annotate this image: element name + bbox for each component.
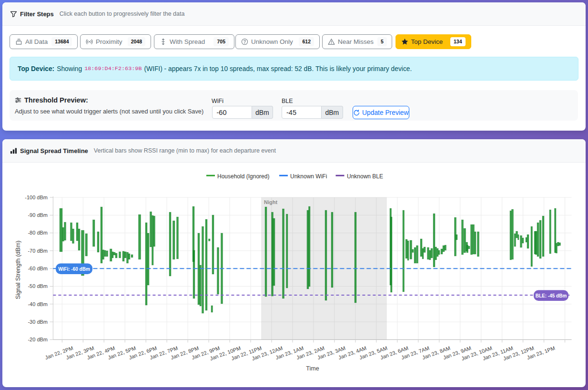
svg-text:Time: Time <box>306 365 319 372</box>
svg-text:Night: Night <box>264 199 277 205</box>
svg-text:Unknown BLE: Unknown BLE <box>347 173 383 180</box>
svg-text:-40 dBm: -40 dBm <box>28 301 48 307</box>
svg-text:WiFi: -60 dBm: WiFi: -60 dBm <box>58 267 90 272</box>
svg-text:BLE: -45 dBm: BLE: -45 dBm <box>536 293 567 298</box>
svg-text:Signal Strength (dBm): Signal Strength (dBm) <box>15 241 21 299</box>
svg-text:-80 dBm: -80 dBm <box>28 230 48 236</box>
svg-text:Unknown WiFi: Unknown WiFi <box>290 173 327 180</box>
svg-text:-30 dBm: -30 dBm <box>28 319 48 325</box>
svg-text:-90 dBm: -90 dBm <box>28 212 48 218</box>
svg-text:-70 dBm: -70 dBm <box>28 248 48 254</box>
svg-text:-50 dBm: -50 dBm <box>28 283 48 289</box>
svg-text:Household (Ignored): Household (Ignored) <box>217 173 269 180</box>
svg-text:-20 dBm: -20 dBm <box>28 337 48 342</box>
svg-text:-100 dBm: -100 dBm <box>25 195 48 200</box>
svg-text:-60 dBm: -60 dBm <box>28 266 48 271</box>
